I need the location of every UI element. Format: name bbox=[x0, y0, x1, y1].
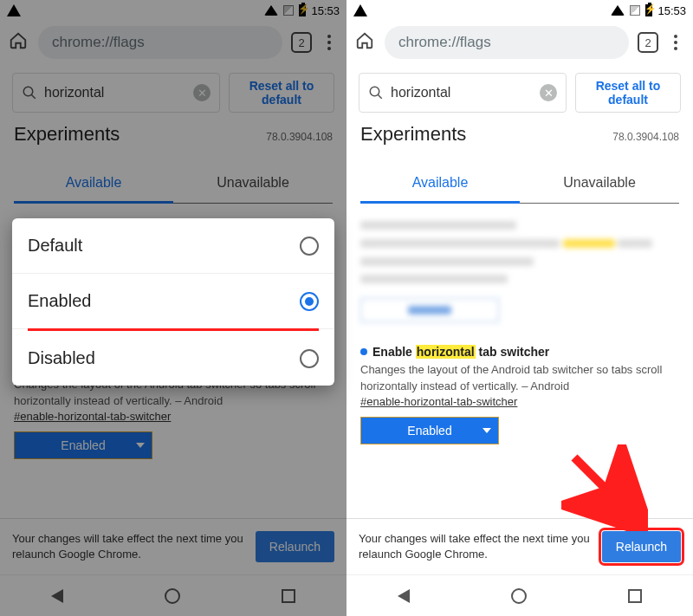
flags-search-input[interactable]: horizontal ✕ bbox=[12, 73, 220, 113]
flag-title: Enable horizontal tab switcher bbox=[360, 345, 679, 359]
radio-selected-icon bbox=[300, 292, 319, 311]
relaunch-button[interactable]: Relaunch bbox=[602, 531, 681, 562]
reset-all-button[interactable]: Reset all to default bbox=[229, 73, 334, 113]
url-text: chrome://flags bbox=[52, 34, 145, 51]
url-bar[interactable]: chrome://flags bbox=[38, 26, 282, 59]
radio-icon bbox=[300, 237, 319, 256]
svg-point-1 bbox=[370, 87, 379, 96]
nav-recent-icon[interactable] bbox=[282, 589, 295, 603]
nav-back-icon[interactable] bbox=[51, 589, 63, 603]
tab-unavailable[interactable]: Unavailable bbox=[173, 165, 333, 203]
wifi-icon bbox=[611, 5, 625, 16]
chrome-version: 78.0.3904.108 bbox=[612, 131, 679, 143]
nav-home-icon[interactable] bbox=[165, 588, 180, 604]
modified-indicator-icon bbox=[360, 348, 367, 355]
no-sim-icon bbox=[283, 5, 294, 16]
svg-line-2 bbox=[574, 457, 622, 505]
omnibox-row: chrome://flags 2 bbox=[0, 21, 346, 64]
nav-recent-icon[interactable] bbox=[628, 589, 642, 603]
url-text: chrome://flags bbox=[398, 34, 491, 51]
flag-description: Changes the layout of the Android tab sw… bbox=[360, 362, 679, 395]
page-title: Experiments bbox=[360, 123, 466, 146]
annotation-arrow-icon bbox=[561, 444, 648, 535]
battery-charging-icon bbox=[299, 4, 306, 16]
chrome-version: 78.0.3904.108 bbox=[266, 131, 333, 143]
battery-charging-icon bbox=[645, 4, 652, 16]
option-default[interactable]: Default bbox=[12, 218, 334, 274]
tab-available[interactable]: Available bbox=[14, 165, 173, 204]
search-icon bbox=[368, 85, 384, 101]
nav-back-icon[interactable] bbox=[398, 589, 410, 603]
search-value: horizontal bbox=[44, 85, 186, 101]
relaunch-message: Your changes will take effect the next t… bbox=[12, 531, 247, 562]
clock: 15:53 bbox=[657, 4, 686, 17]
flag-anchor-link[interactable]: #enable-horizontal-tab-switcher bbox=[360, 395, 679, 408]
wifi-icon bbox=[264, 5, 278, 16]
blurred-flag-item bbox=[360, 217, 679, 322]
omnibox-row: chrome://flags 2 bbox=[346, 21, 693, 64]
flags-tabs: Available Unavailable bbox=[14, 165, 333, 204]
page-title: Experiments bbox=[14, 123, 120, 146]
phone-left: 15:53 chrome://flags 2 horizontal ✕ Rese… bbox=[0, 0, 346, 616]
home-icon[interactable] bbox=[355, 31, 376, 54]
nav-home-icon[interactable] bbox=[511, 588, 527, 604]
relaunch-button[interactable]: Relaunch bbox=[256, 531, 334, 562]
status-bar: 15:53 bbox=[0, 0, 346, 21]
flags-search-input[interactable]: horizontal ✕ bbox=[359, 73, 567, 113]
no-sim-icon bbox=[630, 5, 640, 16]
flag-anchor-link[interactable]: #enable-horizontal-tab-switcher bbox=[14, 410, 333, 423]
tab-switcher-button[interactable]: 2 bbox=[638, 32, 658, 53]
clock: 15:53 bbox=[311, 4, 340, 17]
android-navbar bbox=[0, 574, 346, 616]
flag-list: Enable horizontal tab switcher Changes t… bbox=[346, 204, 693, 444]
picture-icon bbox=[353, 4, 367, 16]
flag-state-selector-popup: Default Enabled Disabled bbox=[12, 218, 334, 386]
overflow-menu-icon[interactable] bbox=[667, 35, 684, 50]
clear-search-icon[interactable]: ✕ bbox=[193, 84, 210, 101]
tab-switcher-button[interactable]: 2 bbox=[291, 32, 312, 53]
android-navbar bbox=[346, 574, 693, 616]
flag-state-dropdown[interactable]: Enabled bbox=[14, 431, 152, 459]
flags-tabs: Available Unavailable bbox=[360, 165, 679, 204]
reset-all-button[interactable]: Reset all to default bbox=[575, 73, 681, 113]
home-icon[interactable] bbox=[9, 31, 29, 54]
radio-icon bbox=[300, 349, 319, 368]
tab-available[interactable]: Available bbox=[360, 165, 520, 204]
url-bar[interactable]: chrome://flags bbox=[385, 26, 629, 59]
search-icon bbox=[22, 85, 37, 101]
phone-right: 15:53 chrome://flags 2 horizontal ✕ Rese… bbox=[346, 0, 693, 616]
search-highlight: horizontal bbox=[416, 345, 476, 359]
flag-state-dropdown[interactable]: Enabled bbox=[360, 417, 499, 444]
status-bar: 15:53 bbox=[346, 0, 693, 21]
picture-icon bbox=[7, 4, 21, 16]
overflow-menu-icon[interactable] bbox=[321, 35, 338, 50]
option-disabled[interactable]: Disabled bbox=[12, 331, 334, 386]
option-enabled[interactable]: Enabled bbox=[12, 274, 334, 329]
relaunch-message: Your changes will take effect the next t… bbox=[359, 531, 593, 562]
relaunch-bar: Your changes will take effect the next t… bbox=[0, 518, 346, 574]
tab-unavailable[interactable]: Unavailable bbox=[520, 165, 679, 203]
search-value: horizontal bbox=[391, 85, 533, 101]
svg-point-0 bbox=[23, 87, 33, 96]
clear-search-icon[interactable]: ✕ bbox=[540, 84, 557, 101]
